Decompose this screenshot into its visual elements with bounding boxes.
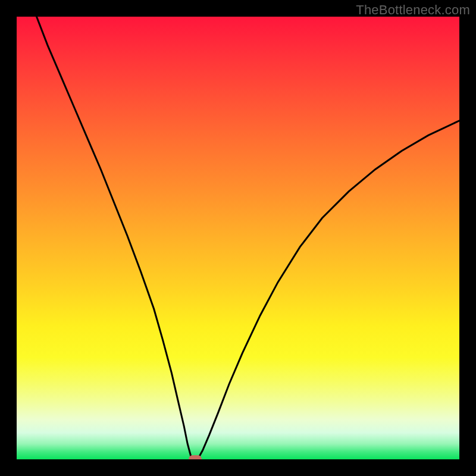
curve-svg — [17, 17, 459, 459]
curve-left — [37, 17, 192, 459]
curve-right — [198, 121, 459, 459]
watermark-text: TheBottleneck.com — [356, 2, 470, 18]
chart-frame: TheBottleneck.com — [0, 0, 476, 476]
minimum-marker — [189, 455, 202, 460]
plot-area — [17, 17, 459, 459]
